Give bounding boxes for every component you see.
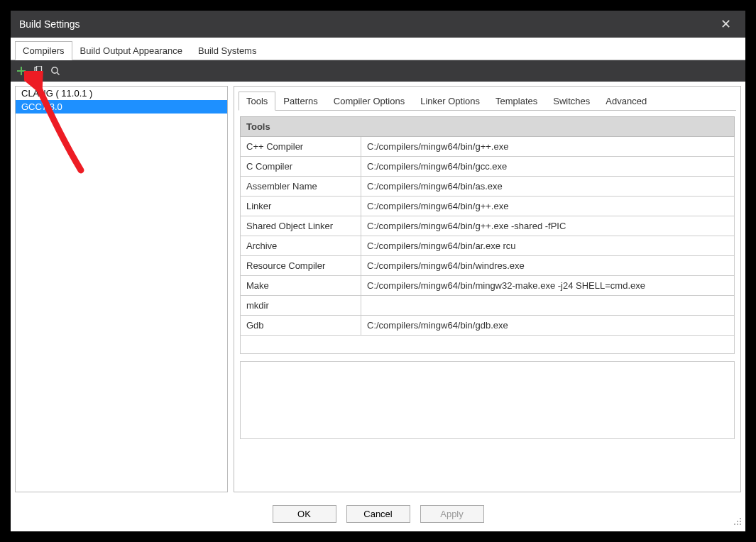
subtab-templates[interactable]: Templates bbox=[488, 92, 545, 111]
table-row[interactable]: MakeC:/compilers/mingw64/bin/mingw32-mak… bbox=[241, 276, 735, 296]
tool-description-panel bbox=[240, 361, 735, 439]
resize-grip-icon[interactable] bbox=[733, 516, 743, 529]
svg-point-6 bbox=[734, 524, 735, 525]
copy-icon[interactable] bbox=[33, 66, 43, 76]
tool-value[interactable]: C:/compilers/mingw64/bin/g++.exe -shared… bbox=[361, 216, 735, 236]
compiler-list[interactable]: CLANG ( 11.0.1 ) GCC7.3.0 bbox=[15, 86, 228, 492]
tools-table-header: Tools bbox=[241, 117, 735, 137]
tab-compilers[interactable]: Compilers bbox=[15, 41, 72, 60]
main-tabstrip: Compilers Build Output Appearance Build … bbox=[11, 38, 745, 60]
window-title: Build Settings bbox=[19, 18, 715, 30]
compiler-item-gcc[interactable]: GCC7.3.0 bbox=[16, 100, 227, 114]
plus-icon[interactable] bbox=[16, 66, 26, 76]
tool-value[interactable]: C:/compilers/mingw64/bin/gcc.exe bbox=[361, 157, 735, 177]
svg-point-2 bbox=[52, 67, 57, 73]
svg-point-3 bbox=[740, 518, 741, 519]
tool-value[interactable]: C:/compilers/mingw64/bin/mingw32-make.ex… bbox=[361, 276, 735, 296]
build-settings-window: Build Settings ✕ Compilers Build Output … bbox=[11, 11, 745, 531]
svg-rect-1 bbox=[37, 66, 42, 72]
tool-name: Gdb bbox=[241, 316, 361, 336]
svg-point-4 bbox=[737, 521, 738, 522]
tool-value[interactable]: C:/compilers/mingw64/bin/gdb.exe bbox=[361, 316, 735, 336]
table-row[interactable]: C CompilerC:/compilers/mingw64/bin/gcc.e… bbox=[241, 157, 735, 177]
subtab-linker-options[interactable]: Linker Options bbox=[412, 92, 488, 111]
table-row[interactable]: Shared Object LinkerC:/compilers/mingw64… bbox=[241, 216, 735, 236]
table-row[interactable]: Assembler NameC:/compilers/mingw64/bin/a… bbox=[241, 177, 735, 197]
tools-table: Tools C++ CompilerC:/compilers/mingw64/b… bbox=[240, 116, 735, 354]
titlebar: Build Settings ✕ bbox=[11, 11, 745, 38]
compiler-details-panel: Tools Patterns Compiler Options Linker O… bbox=[234, 86, 741, 492]
subtab-switches[interactable]: Switches bbox=[545, 92, 598, 111]
tool-name: Make bbox=[241, 276, 361, 296]
table-row[interactable]: Resource CompilerC:/compilers/mingw64/bi… bbox=[241, 256, 735, 276]
compilers-toolbar bbox=[11, 60, 745, 82]
tool-value[interactable]: C:/compilers/mingw64/bin/g++.exe bbox=[361, 137, 735, 157]
subtab-compiler-options[interactable]: Compiler Options bbox=[326, 92, 412, 111]
tool-name: Archive bbox=[241, 236, 361, 256]
table-row[interactable]: ArchiveC:/compilers/mingw64/bin/ar.exe r… bbox=[241, 236, 735, 256]
tool-value[interactable]: C:/compilers/mingw64/bin/as.exe bbox=[361, 177, 735, 197]
tool-value[interactable]: C:/compilers/mingw64/bin/windres.exe bbox=[361, 256, 735, 276]
svg-point-5 bbox=[740, 521, 741, 522]
tab-build-systems[interactable]: Build Systems bbox=[190, 41, 264, 60]
tool-value[interactable]: C:/compilers/mingw64/bin/g++.exe bbox=[361, 197, 735, 216]
tool-name: mkdir bbox=[241, 296, 361, 316]
apply-button[interactable]: Apply bbox=[420, 505, 484, 523]
tools-panel: Tools C++ CompilerC:/compilers/mingw64/b… bbox=[234, 111, 740, 492]
tool-name: Shared Object Linker bbox=[241, 216, 361, 236]
tool-name: Assembler Name bbox=[241, 177, 361, 197]
subtab-advanced[interactable]: Advanced bbox=[598, 92, 654, 111]
compiler-item-clang[interactable]: CLANG ( 11.0.1 ) bbox=[16, 87, 227, 100]
body-area: CLANG ( 11.0.1 ) GCC7.3.0 Tools Patterns… bbox=[11, 82, 745, 497]
svg-point-8 bbox=[740, 524, 741, 525]
tool-value[interactable] bbox=[361, 296, 735, 316]
sub-tabstrip: Tools Patterns Compiler Options Linker O… bbox=[234, 87, 740, 110]
table-row[interactable]: mkdir bbox=[241, 296, 735, 316]
table-row[interactable]: C++ CompilerC:/compilers/mingw64/bin/g++… bbox=[241, 137, 735, 157]
tab-build-output[interactable]: Build Output Appearance bbox=[72, 41, 191, 60]
subtab-patterns[interactable]: Patterns bbox=[275, 92, 325, 111]
cancel-button[interactable]: Cancel bbox=[346, 505, 410, 523]
tool-value[interactable]: C:/compilers/mingw64/bin/ar.exe rcu bbox=[361, 236, 735, 256]
tool-name: Resource Compiler bbox=[241, 256, 361, 276]
table-row[interactable]: GdbC:/compilers/mingw64/bin/gdb.exe bbox=[241, 316, 735, 336]
search-icon[interactable] bbox=[50, 66, 60, 76]
tool-name: C++ Compiler bbox=[241, 137, 361, 157]
table-row[interactable]: LinkerC:/compilers/mingw64/bin/g++.exe bbox=[241, 197, 735, 216]
tool-name: C Compiler bbox=[241, 157, 361, 177]
ok-button[interactable]: OK bbox=[273, 505, 336, 523]
subtab-tools[interactable]: Tools bbox=[239, 92, 275, 111]
svg-point-7 bbox=[737, 524, 738, 525]
tool-name: Linker bbox=[241, 197, 361, 216]
dialog-buttons: OK Cancel Apply bbox=[11, 497, 745, 531]
tools-table-body: C++ CompilerC:/compilers/mingw64/bin/g++… bbox=[241, 137, 735, 336]
close-icon[interactable]: ✕ bbox=[715, 13, 737, 35]
